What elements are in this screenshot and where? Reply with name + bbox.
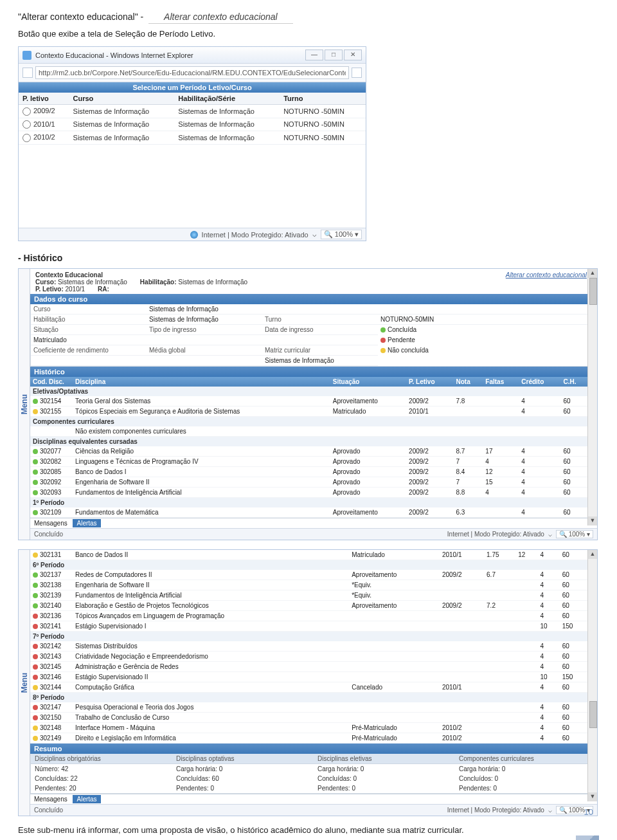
- messages-row: Mensagens Alertas: [30, 518, 597, 528]
- table-row[interactable]: 2010/1Sistemas de InformaçãoSistemas de …: [19, 118, 366, 131]
- alterar-contexto-link[interactable]: Alterar contexto educacional: [506, 271, 587, 278]
- section-historico: - Histórico: [18, 253, 599, 263]
- alertas-link[interactable]: Alertas: [73, 519, 100, 527]
- period-radio[interactable]: [22, 134, 31, 142]
- table-row: 302092Engenharia de Software IIAprovado2…: [30, 477, 588, 488]
- net-status: Internet | Modo Protegido: Ativado: [447, 531, 544, 538]
- table-row: 302085Banco de Dados IAprovado2009/28.41…: [30, 467, 588, 477]
- alertas-link[interactable]: Alertas: [73, 795, 100, 803]
- menu-tab[interactable]: Menu: [19, 550, 30, 816]
- ie-address-bar: [19, 64, 366, 82]
- table-row: 302143Criatividade Negociação e Empreend…: [30, 652, 588, 662]
- table-row[interactable]: 2010/2Sistemas de InformaçãoSistemas de …: [19, 131, 366, 145]
- ie-favicon-icon: [22, 51, 31, 60]
- status-text: Internet | Modo Protegido: Ativado: [202, 231, 308, 239]
- table-row[interactable]: 2009/2Sistemas de InformaçãoSistemas de …: [19, 105, 366, 118]
- messages-row: Mensagens Alertas: [30, 794, 597, 804]
- col-turno: Turno: [280, 93, 366, 105]
- alterar-contexto-link[interactable]: Alterar contexto educacional: [148, 12, 293, 24]
- close-button[interactable]: ✕: [344, 50, 362, 60]
- table-row: 302146Estágio Supervisionado II10150: [30, 672, 588, 682]
- compat-icon[interactable]: [352, 68, 362, 78]
- contexto-block: Contexto Educacional Alterar contexto ed…: [30, 269, 597, 294]
- table-row: 302138Engenharia de Software II*Equiv.46…: [30, 580, 588, 590]
- band-dados-curso: Dados do curso: [30, 294, 597, 304]
- ie-title-text: Contexto Educacional - Windows Internet …: [35, 51, 193, 59]
- cube-icon: [576, 835, 599, 840]
- table-row: 302082Linguagens e Técnicas de Programaç…: [30, 457, 588, 467]
- table-row: 302077Ciências da ReligiãoAprovado2009/2…: [30, 446, 588, 457]
- net-status: Internet | Modo Protegido: Ativado: [447, 807, 544, 814]
- table-row: 302154Teoria Geral dos SistemasAproveita…: [30, 396, 588, 406]
- concluido-label: Concluído: [34, 531, 63, 538]
- security-picker[interactable]: ⌵: [548, 807, 552, 814]
- col-curso: Curso: [69, 93, 175, 105]
- table-row: 302155Tópicos Especiais em Segurança e A…: [30, 406, 588, 417]
- table-row: 302147Pesquisa Operacional e Teoria dos …: [30, 702, 588, 713]
- zoom-control[interactable]: 🔍 100% ▾: [321, 230, 362, 239]
- hist-table-1: Cod. Disc.DisciplinaSituaçãoP. LetivoNot…: [30, 377, 588, 518]
- table-row: 302140Elaboração e Gestão de Projetos Te…: [30, 601, 588, 611]
- mensagens-label: Mensagens: [34, 796, 67, 803]
- scrollbar[interactable]: ▲▼: [587, 550, 597, 801]
- security-picker[interactable]: ⌵: [312, 230, 317, 239]
- minimize-button[interactable]: —: [305, 50, 323, 60]
- col-pletivo: P. letivo: [19, 93, 69, 105]
- table-row: 302137Redes de Computadores IIAproveitam…: [30, 570, 588, 580]
- table-row: 302139Fundamentos de Inteligência Artifi…: [30, 590, 588, 601]
- page-icon: [22, 68, 33, 78]
- heading-text: "Alterar contexto educacional" -: [18, 12, 146, 22]
- table-row: 302136Tópicos Avançados em Linguagem de …: [30, 611, 588, 621]
- concluido-label: Concluído: [34, 807, 63, 814]
- url-input[interactable]: [35, 66, 349, 79]
- menu-tab[interactable]: Menu: [19, 269, 30, 540]
- ie-statusbar: Internet | Modo Protegido: Ativado ⌵ 🔍 1…: [19, 228, 366, 241]
- table-row: 302109Fundamentos de MatemáticaAproveita…: [30, 507, 588, 518]
- page-number: 10: [584, 807, 593, 817]
- hist-table-2: 302131Banco de Dados IIMatriculado2010/1…: [30, 550, 588, 744]
- period-radio[interactable]: [22, 107, 31, 116]
- table-row: 302141Estágio Supervisionado I10150: [30, 621, 588, 632]
- ie-titlebar: Contexto Educacional - Windows Internet …: [19, 47, 366, 64]
- resumo-grid: Disciplinas obrigatóriasDisciplinas opta…: [30, 754, 597, 794]
- historico-panel-2: Menu ▲▼ 302131Banco de Dados IIMatricula…: [18, 549, 598, 816]
- period-radio[interactable]: [22, 120, 31, 129]
- security-picker[interactable]: ⌵: [548, 531, 552, 538]
- table-row: 302131Banco de Dados IIMatriculado2010/1…: [30, 550, 588, 560]
- heading-alterar: "Alterar contexto educacional" - Alterar…: [18, 12, 599, 24]
- maximize-button[interactable]: □: [325, 50, 343, 60]
- table-row: 302150Trabalho de Conclusão de Curso460: [30, 713, 588, 723]
- table-row: 302093Fundamentos de Inteligência Artifi…: [30, 488, 588, 498]
- table-row: 302142Sistemas Distribuídos460: [30, 641, 588, 652]
- mensagens-label: Mensagens: [34, 520, 67, 527]
- footer-description: Este sub-menu irá informar, com uma prop…: [18, 825, 599, 835]
- historico-panel-1: Menu ▲▼ Contexto Educacional Alterar con…: [18, 268, 598, 540]
- band-resumo: Resumo: [30, 744, 597, 754]
- table-row: 302149Direito e Legislação em Informátic…: [30, 733, 588, 744]
- band-historico: Histórico: [30, 367, 597, 377]
- table-row: 302145Administração e Gerência de Redes4…: [30, 662, 588, 672]
- col-habilitacao: Habilitação/Série: [174, 93, 280, 105]
- table-row: 302148Interface Homem - MáquinaPré-Matri…: [30, 723, 588, 733]
- zoom-control[interactable]: 🔍 100% ▾: [556, 530, 593, 538]
- dados-grid: CursoSistemas de Informação HabilitaçãoS…: [30, 304, 597, 367]
- scrollbar[interactable]: ▲▼: [587, 269, 597, 525]
- selection-bar: Selecione um Período Letivo/Curso: [19, 82, 366, 93]
- ie-window-contexto: Contexto Educacional - Windows Internet …: [18, 46, 366, 241]
- globe-icon: [190, 231, 198, 239]
- caption-selecao: Botão que exibe a tela de Seleção de Per…: [18, 29, 599, 39]
- table-row: 302144Computação GráficaCancelado2010/14…: [30, 682, 588, 693]
- period-table: P. letivo Curso Habilitação/Série Turno …: [19, 93, 366, 145]
